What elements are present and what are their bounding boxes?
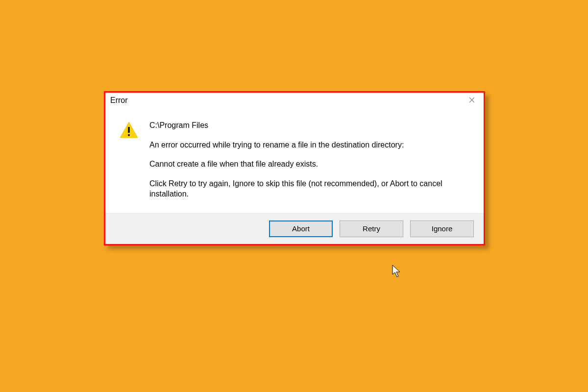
svg-rect-0 xyxy=(128,127,129,133)
error-message-3: Click Retry to try again, Ignore to skip… xyxy=(149,178,470,199)
titlebar: Error xyxy=(105,93,484,108)
dialog-frame: Error C:\Program Files An error xyxy=(104,91,485,245)
close-icon xyxy=(469,97,475,104)
message-column: C:\Program Files An error occurred while… xyxy=(149,120,470,199)
retry-button[interactable]: Retry xyxy=(340,220,403,237)
dialog-title: Error xyxy=(110,96,128,105)
close-button[interactable] xyxy=(465,95,479,106)
icon-column xyxy=(119,120,139,199)
warning-icon xyxy=(119,132,139,140)
ignore-button[interactable]: Ignore xyxy=(410,220,474,237)
error-dialog: Error C:\Program Files An error xyxy=(104,91,485,245)
mouse-cursor-icon xyxy=(392,265,402,280)
error-path: C:\Program Files xyxy=(149,120,470,131)
svg-rect-1 xyxy=(128,134,129,136)
error-message-1: An error occurred while trying to rename… xyxy=(149,140,470,150)
button-bar: Abort Retry Ignore xyxy=(105,213,484,244)
abort-button[interactable]: Abort xyxy=(269,220,333,237)
dialog-content: C:\Program Files An error occurred while… xyxy=(105,108,484,213)
error-message-2: Cannot create a file when that file alre… xyxy=(149,159,470,170)
